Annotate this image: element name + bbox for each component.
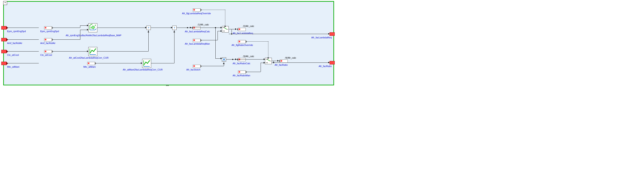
svg-point-6 [224, 31, 225, 32]
goto-label: Afr_facRatioCalc [232, 62, 250, 65]
lookup-2d-icon [88, 24, 97, 32]
svg-point-5 [224, 27, 225, 28]
signal-label: Mtc_atMani [83, 66, 96, 68]
goto-ratio-calc[interactable] [238, 58, 246, 61]
signal-from-ctc[interactable] [44, 50, 52, 53]
sum-block-2[interactable]: + [172, 26, 176, 30]
svg-point-8 [267, 62, 268, 63]
inport-epm-rpmengspd[interactable] [1, 26, 6, 30]
signal-label: Afr_flgRatioOverride [232, 44, 253, 46]
signal-fac-stoich[interactable] [193, 65, 200, 68]
signal-label: Afr_facLambdaReqMan [185, 42, 210, 45]
inport-ctc-atcool[interactable] [1, 50, 6, 53]
subsystem-label: Afr [166, 84, 169, 86]
lookup-cool-cur-block[interactable] [88, 47, 97, 56]
goto-ratio[interactable] [280, 60, 288, 63]
outport-ratio[interactable] [330, 61, 335, 64]
goto-label: Afr_facLambdaReq [232, 32, 253, 34]
signal-from-amf[interactable] [44, 38, 52, 42]
goto-path: /3/Afr_calc [243, 55, 254, 58]
signal-from-mtc[interactable] [87, 62, 95, 65]
collapse-button[interactable]: − [3, 1, 7, 5]
block-label: Afr_atCool2facLambdaReqCorr_CUR [69, 56, 108, 59]
outport-label: Afr_facLambdaReq [308, 36, 332, 39]
lookup-map-block[interactable] [88, 23, 97, 32]
lookup-1d-icon [142, 59, 151, 68]
goto-lambda-req-calc[interactable] [193, 26, 200, 30]
goto-label: Afr_facRatio [274, 64, 288, 66]
signal-label: Ctc_atCool [40, 54, 52, 56]
signal-from-epm[interactable] [44, 26, 52, 30]
signal-fac-ratio-man[interactable] [238, 70, 246, 74]
signal-label: Amf_facRelAir [40, 42, 55, 44]
goto-path: /2/Afr_calc [243, 25, 254, 27]
svg-point-7 [267, 59, 268, 60]
signal-label: Afr_facRatioMan [232, 74, 250, 77]
signal-fac-lambda-man[interactable] [193, 39, 200, 42]
inport-amf-facrelair[interactable] [1, 38, 6, 42]
inport-label: Ctc_atCool [7, 54, 19, 56]
inport-label: Mtc_atMani [7, 66, 20, 68]
multiply-icon [222, 58, 226, 62]
signal-label: Afr_facStoich [186, 68, 200, 71]
lookup-1d-icon [88, 47, 97, 56]
signal-flg-lambda-override[interactable] [193, 8, 200, 12]
multiply-block[interactable] [222, 57, 226, 62]
goto-path: /1/Afr_calc [198, 23, 209, 26]
signal-label: Epm_rpmEngSpd [40, 30, 59, 32]
outport-label: Afr_facRatio [308, 65, 332, 68]
outport-lambda-req[interactable] [330, 32, 335, 36]
signal-label: Afr_flgLambdaReqOverride [182, 12, 211, 15]
block-label: Afr_atMani2facLambdaReqCorr_CUR [123, 68, 162, 71]
switch-icon [222, 26, 228, 32]
inport-label: Amf_facRelAir [7, 42, 22, 44]
goto-lambda-req[interactable] [238, 28, 246, 31]
goto-path: /4/Afr_calc [285, 56, 296, 59]
goto-label: Afr_facLambdaReqCalc [185, 30, 210, 33]
inport-mtc-atmani[interactable] [1, 62, 6, 65]
sum-block-1[interactable]: + [146, 26, 151, 30]
inport-label: Epm_rpmEngSpd [7, 30, 26, 32]
block-label: Afr_rpmEngSpdfacRelAir2facLambdaReqBase_… [66, 34, 122, 37]
switch-icon [265, 58, 272, 64]
signal-flg-ratio-override[interactable] [238, 40, 246, 43]
lookup-mani-cur-block[interactable] [142, 59, 151, 68]
